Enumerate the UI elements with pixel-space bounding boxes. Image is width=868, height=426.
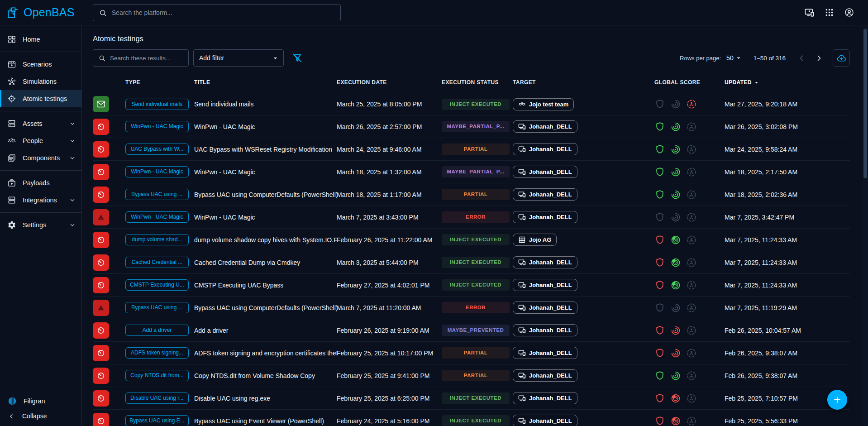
sidebar-item-integrations[interactable]: Integrations — [0, 191, 81, 209]
sidebar-item-components[interactable]: Components — [0, 149, 81, 167]
target-chip[interactable]: Johanah_DELL — [513, 256, 577, 268]
row-menu-button[interactable] — [830, 413, 845, 426]
table-row[interactable]: Send individual mails Send individual ma… — [93, 93, 850, 115]
inject-type-chip[interactable]: Send individual mails — [125, 99, 189, 110]
target-chip[interactable]: Johanah_DELL — [513, 324, 577, 336]
remote-devices-button[interactable] — [801, 5, 817, 21]
prevention-shield-icon — [654, 257, 665, 268]
sidebar-item-people[interactable]: People — [0, 132, 81, 149]
sidebar-item-assets[interactable]: Assets — [0, 115, 81, 132]
row-menu-button[interactable] — [830, 210, 845, 225]
table-header: TYPE TITLE EXECUTION DATE EXECUTION STAT… — [93, 72, 850, 93]
row-menu-button[interactable] — [830, 278, 845, 293]
target-chip[interactable]: Johanah_DELL — [513, 120, 577, 133]
target-chip[interactable]: Johanah_DELL — [513, 188, 577, 201]
row-menu-button[interactable] — [830, 368, 845, 383]
inject-type-chip[interactable]: UAC Bypass with W... — [125, 144, 189, 155]
target-chip[interactable]: Johanah_DELL — [513, 143, 577, 155]
sidebar-item-atomic-testings[interactable]: Atomic testings — [0, 90, 81, 107]
column-header-type[interactable]: TYPE — [125, 79, 194, 86]
scrollbar-thumb[interactable] — [863, 29, 867, 178]
inject-type-chip[interactable]: CMSTP Executing U... — [125, 279, 189, 291]
create-atomic-testing-fab[interactable] — [827, 390, 847, 410]
inject-type-chip[interactable]: Cached Credential ... — [125, 257, 189, 268]
rows-per-page-select[interactable]: 50 — [726, 54, 743, 62]
inject-type-chip[interactable]: WinPwn - UAC Magic — [125, 211, 189, 223]
execution-status-badge: INJECT EXECUTED — [442, 99, 510, 110]
row-menu-button[interactable] — [830, 300, 845, 316]
target-chip[interactable]: Johanah_DELL — [513, 279, 577, 291]
column-header-updated[interactable]: UPDATED — [725, 79, 824, 86]
target-chip[interactable]: Johanah_DELL — [513, 211, 577, 223]
sidebar-item-settings[interactable]: Settings — [0, 216, 81, 234]
inject-type-chip[interactable]: WinPwn - UAC Magic — [125, 121, 189, 132]
global-search-input[interactable] — [112, 9, 335, 16]
sidebar-item-payloads[interactable]: Payloads — [0, 174, 81, 191]
table-row[interactable]: ADFS token signing... ADFS token signing… — [93, 342, 850, 364]
inject-type-chip[interactable]: dump volume shad... — [125, 234, 189, 245]
row-menu-button[interactable] — [830, 345, 845, 361]
target-chip[interactable]: Johanah_DELL — [513, 369, 577, 382]
inject-type-chip[interactable]: WinPwn - UAC Magic — [125, 166, 189, 177]
inject-type-chip[interactable]: ADFS token signing... — [125, 347, 189, 359]
table-row[interactable]: Add a driver Add a driver February 26, 2… — [93, 319, 850, 342]
target-chip[interactable]: Johanah_DELL — [513, 415, 577, 426]
row-menu-button[interactable] — [830, 142, 845, 157]
table-row[interactable]: Bypass UAC using ... Bypass UAC using Co… — [93, 297, 850, 319]
account-button[interactable] — [841, 5, 857, 21]
devices-icon — [804, 7, 815, 18]
inject-type-chip[interactable]: Bypass UAC using ... — [125, 302, 189, 313]
column-header-execution-status[interactable]: EXECUTION STATUS — [442, 79, 513, 86]
scrollbar-track[interactable] — [863, 25, 868, 426]
add-filter-select[interactable]: Add filter — [193, 49, 284, 67]
sidebar-collapse-button[interactable]: Collapse — [0, 409, 81, 422]
row-menu-button[interactable] — [830, 164, 845, 180]
clear-filters-button[interactable] — [292, 52, 304, 64]
inject-type-chip[interactable]: Disable UAC using r... — [125, 392, 189, 404]
table-row[interactable]: Bypass UAC using E... Bypass UAC using E… — [93, 410, 850, 426]
table-row[interactable]: CMSTP Executing U... CMSTP Executing UAC… — [93, 274, 850, 297]
sidebar-item-simulations[interactable]: Simulations — [0, 73, 81, 90]
next-page-button[interactable] — [811, 50, 826, 66]
column-header-global-score[interactable]: GLOBAL SCORE — [654, 79, 725, 86]
human-response-icon — [686, 325, 697, 336]
inject-type-chip[interactable]: Copy NTDS.dit from... — [125, 370, 189, 381]
table-row[interactable]: WinPwn - UAC Magic WinPwn - UAC Magic Ma… — [93, 115, 850, 138]
apps-menu-button[interactable] — [821, 5, 837, 21]
target-chip[interactable]: Johanah_DELL — [513, 392, 577, 404]
table-row[interactable]: UAC Bypass with W... UAC Bypass with WSR… — [93, 138, 850, 161]
row-menu-button[interactable] — [830, 187, 845, 202]
target-chip[interactable]: Johanah_DELL — [513, 347, 577, 359]
table-row[interactable]: Disable UAC using r... Disable UAC using… — [93, 387, 850, 410]
inject-type-chip[interactable]: Add a driver — [125, 325, 189, 336]
row-menu-button[interactable] — [830, 232, 845, 248]
inject-type-chip[interactable]: Bypass UAC using ... — [125, 189, 189, 200]
row-menu-button[interactable] — [830, 255, 845, 270]
sidebar-item-scenarios[interactable]: Scenarios — [0, 56, 81, 73]
column-header-title[interactable]: TITLE — [194, 79, 337, 86]
target-chip[interactable]: Jojo test team — [513, 98, 574, 110]
sidebar-item-home[interactable]: Home — [0, 31, 81, 48]
table-row[interactable]: WinPwn - UAC Magic WinPwn - UAC Magic Ma… — [93, 206, 850, 229]
openbas-logo[interactable]: OpenBAS — [0, 6, 86, 19]
filigran-link[interactable]: Filigran — [0, 393, 81, 409]
target-chip[interactable]: Johanah_DELL — [513, 166, 577, 178]
column-header-execution-date[interactable]: EXECUTION DATE — [337, 79, 442, 86]
row-menu-button[interactable] — [830, 323, 845, 338]
export-button[interactable] — [833, 49, 850, 67]
table-row[interactable]: Cached Credential ... Cached Credential … — [93, 251, 850, 274]
inject-type-chip[interactable]: Bypass UAC using E... — [125, 415, 189, 426]
results-search[interactable] — [93, 49, 189, 67]
table-row[interactable]: WinPwn - UAC Magic WinPwn - UAC Magic Ma… — [93, 161, 850, 183]
previous-page-button[interactable] — [794, 50, 809, 66]
results-search-input[interactable] — [110, 55, 183, 62]
table-row[interactable]: Copy NTDS.dit from... Copy NTDS.dit from… — [93, 364, 850, 387]
target-chip[interactable]: Johanah_DELL — [513, 302, 577, 314]
table-row[interactable]: Bypass UAC using ... Bypass UAC using Co… — [93, 183, 850, 206]
global-search[interactable] — [93, 4, 341, 21]
column-header-target[interactable]: TARGET — [513, 79, 654, 86]
row-menu-button[interactable] — [830, 119, 845, 134]
target-chip[interactable]: Jojo AG — [513, 234, 557, 246]
table-row[interactable]: dump volume shad... dump volume shadow c… — [93, 229, 850, 251]
row-menu-button[interactable] — [830, 96, 845, 112]
